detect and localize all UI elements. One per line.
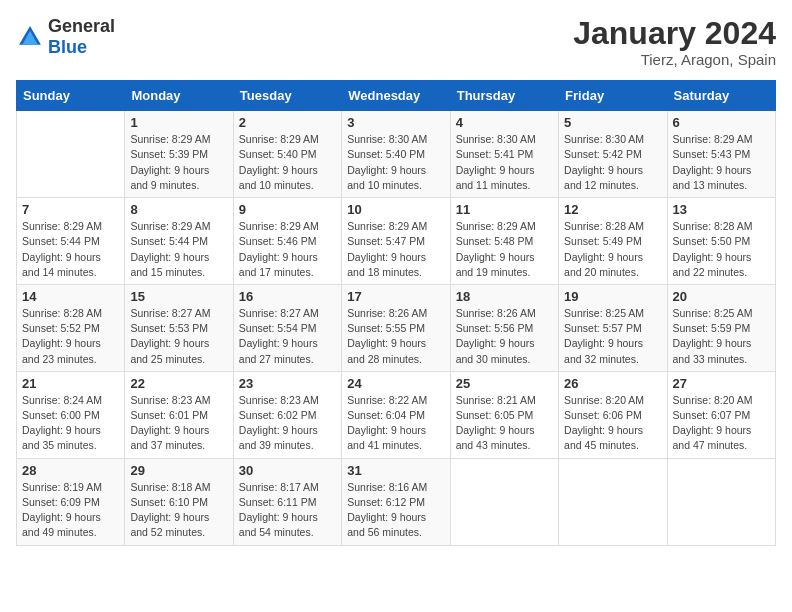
day-cell: 17Sunrise: 8:26 AMSunset: 5:55 PMDayligh…	[342, 284, 450, 371]
day-info: Sunrise: 8:30 AMSunset: 5:41 PMDaylight:…	[456, 132, 553, 193]
day-cell: 31Sunrise: 8:16 AMSunset: 6:12 PMDayligh…	[342, 458, 450, 545]
day-cell: 25Sunrise: 8:21 AMSunset: 6:05 PMDayligh…	[450, 371, 558, 458]
logo-general: General	[48, 16, 115, 36]
day-cell: 2Sunrise: 8:29 AMSunset: 5:40 PMDaylight…	[233, 111, 341, 198]
header-wednesday: Wednesday	[342, 81, 450, 111]
day-number: 8	[130, 202, 227, 217]
day-number: 2	[239, 115, 336, 130]
day-cell: 3Sunrise: 8:30 AMSunset: 5:40 PMDaylight…	[342, 111, 450, 198]
day-number: 31	[347, 463, 444, 478]
calendar-title: January 2024	[573, 16, 776, 51]
day-info: Sunrise: 8:21 AMSunset: 6:05 PMDaylight:…	[456, 393, 553, 454]
day-cell: 9Sunrise: 8:29 AMSunset: 5:46 PMDaylight…	[233, 198, 341, 285]
header-row: SundayMondayTuesdayWednesdayThursdayFrid…	[17, 81, 776, 111]
day-cell	[17, 111, 125, 198]
day-info: Sunrise: 8:23 AMSunset: 6:01 PMDaylight:…	[130, 393, 227, 454]
day-number: 21	[22, 376, 119, 391]
day-cell: 19Sunrise: 8:25 AMSunset: 5:57 PMDayligh…	[559, 284, 667, 371]
day-number: 4	[456, 115, 553, 130]
day-cell: 29Sunrise: 8:18 AMSunset: 6:10 PMDayligh…	[125, 458, 233, 545]
week-row-5: 28Sunrise: 8:19 AMSunset: 6:09 PMDayligh…	[17, 458, 776, 545]
day-number: 12	[564, 202, 661, 217]
header-tuesday: Tuesday	[233, 81, 341, 111]
day-number: 23	[239, 376, 336, 391]
day-number: 10	[347, 202, 444, 217]
week-row-2: 7Sunrise: 8:29 AMSunset: 5:44 PMDaylight…	[17, 198, 776, 285]
day-info: Sunrise: 8:25 AMSunset: 5:57 PMDaylight:…	[564, 306, 661, 367]
day-info: Sunrise: 8:18 AMSunset: 6:10 PMDaylight:…	[130, 480, 227, 541]
day-number: 5	[564, 115, 661, 130]
day-cell: 15Sunrise: 8:27 AMSunset: 5:53 PMDayligh…	[125, 284, 233, 371]
day-cell: 1Sunrise: 8:29 AMSunset: 5:39 PMDaylight…	[125, 111, 233, 198]
day-info: Sunrise: 8:22 AMSunset: 6:04 PMDaylight:…	[347, 393, 444, 454]
day-cell: 6Sunrise: 8:29 AMSunset: 5:43 PMDaylight…	[667, 111, 775, 198]
day-number: 3	[347, 115, 444, 130]
day-info: Sunrise: 8:29 AMSunset: 5:39 PMDaylight:…	[130, 132, 227, 193]
day-info: Sunrise: 8:28 AMSunset: 5:52 PMDaylight:…	[22, 306, 119, 367]
calendar-subtitle: Tierz, Aragon, Spain	[573, 51, 776, 68]
day-cell: 11Sunrise: 8:29 AMSunset: 5:48 PMDayligh…	[450, 198, 558, 285]
day-cell: 5Sunrise: 8:30 AMSunset: 5:42 PMDaylight…	[559, 111, 667, 198]
day-info: Sunrise: 8:28 AMSunset: 5:49 PMDaylight:…	[564, 219, 661, 280]
day-number: 25	[456, 376, 553, 391]
day-info: Sunrise: 8:26 AMSunset: 5:55 PMDaylight:…	[347, 306, 444, 367]
day-number: 19	[564, 289, 661, 304]
day-cell: 4Sunrise: 8:30 AMSunset: 5:41 PMDaylight…	[450, 111, 558, 198]
day-info: Sunrise: 8:25 AMSunset: 5:59 PMDaylight:…	[673, 306, 770, 367]
day-cell: 21Sunrise: 8:24 AMSunset: 6:00 PMDayligh…	[17, 371, 125, 458]
day-number: 28	[22, 463, 119, 478]
day-number: 16	[239, 289, 336, 304]
day-cell: 26Sunrise: 8:20 AMSunset: 6:06 PMDayligh…	[559, 371, 667, 458]
day-number: 17	[347, 289, 444, 304]
calendar-table: SundayMondayTuesdayWednesdayThursdayFrid…	[16, 80, 776, 545]
day-number: 20	[673, 289, 770, 304]
day-number: 26	[564, 376, 661, 391]
day-number: 29	[130, 463, 227, 478]
header-friday: Friday	[559, 81, 667, 111]
day-number: 30	[239, 463, 336, 478]
header-sunday: Sunday	[17, 81, 125, 111]
day-info: Sunrise: 8:20 AMSunset: 6:07 PMDaylight:…	[673, 393, 770, 454]
day-cell: 24Sunrise: 8:22 AMSunset: 6:04 PMDayligh…	[342, 371, 450, 458]
day-info: Sunrise: 8:29 AMSunset: 5:40 PMDaylight:…	[239, 132, 336, 193]
day-info: Sunrise: 8:29 AMSunset: 5:44 PMDaylight:…	[22, 219, 119, 280]
day-cell: 28Sunrise: 8:19 AMSunset: 6:09 PMDayligh…	[17, 458, 125, 545]
header-saturday: Saturday	[667, 81, 775, 111]
day-cell: 14Sunrise: 8:28 AMSunset: 5:52 PMDayligh…	[17, 284, 125, 371]
day-cell	[667, 458, 775, 545]
week-row-3: 14Sunrise: 8:28 AMSunset: 5:52 PMDayligh…	[17, 284, 776, 371]
day-number: 13	[673, 202, 770, 217]
day-cell: 18Sunrise: 8:26 AMSunset: 5:56 PMDayligh…	[450, 284, 558, 371]
day-number: 18	[456, 289, 553, 304]
week-row-4: 21Sunrise: 8:24 AMSunset: 6:00 PMDayligh…	[17, 371, 776, 458]
day-cell: 12Sunrise: 8:28 AMSunset: 5:49 PMDayligh…	[559, 198, 667, 285]
day-info: Sunrise: 8:28 AMSunset: 5:50 PMDaylight:…	[673, 219, 770, 280]
day-number: 11	[456, 202, 553, 217]
day-info: Sunrise: 8:27 AMSunset: 5:53 PMDaylight:…	[130, 306, 227, 367]
day-info: Sunrise: 8:29 AMSunset: 5:47 PMDaylight:…	[347, 219, 444, 280]
day-cell: 13Sunrise: 8:28 AMSunset: 5:50 PMDayligh…	[667, 198, 775, 285]
page-header: General Blue January 2024 Tierz, Aragon,…	[16, 16, 776, 68]
day-info: Sunrise: 8:16 AMSunset: 6:12 PMDaylight:…	[347, 480, 444, 541]
day-cell: 30Sunrise: 8:17 AMSunset: 6:11 PMDayligh…	[233, 458, 341, 545]
header-thursday: Thursday	[450, 81, 558, 111]
header-monday: Monday	[125, 81, 233, 111]
day-number: 14	[22, 289, 119, 304]
day-info: Sunrise: 8:19 AMSunset: 6:09 PMDaylight:…	[22, 480, 119, 541]
day-info: Sunrise: 8:24 AMSunset: 6:00 PMDaylight:…	[22, 393, 119, 454]
day-cell: 8Sunrise: 8:29 AMSunset: 5:44 PMDaylight…	[125, 198, 233, 285]
week-row-1: 1Sunrise: 8:29 AMSunset: 5:39 PMDaylight…	[17, 111, 776, 198]
day-cell: 27Sunrise: 8:20 AMSunset: 6:07 PMDayligh…	[667, 371, 775, 458]
day-info: Sunrise: 8:20 AMSunset: 6:06 PMDaylight:…	[564, 393, 661, 454]
day-cell: 7Sunrise: 8:29 AMSunset: 5:44 PMDaylight…	[17, 198, 125, 285]
day-number: 27	[673, 376, 770, 391]
day-cell: 10Sunrise: 8:29 AMSunset: 5:47 PMDayligh…	[342, 198, 450, 285]
day-number: 1	[130, 115, 227, 130]
day-cell	[450, 458, 558, 545]
day-info: Sunrise: 8:30 AMSunset: 5:40 PMDaylight:…	[347, 132, 444, 193]
day-cell	[559, 458, 667, 545]
day-info: Sunrise: 8:17 AMSunset: 6:11 PMDaylight:…	[239, 480, 336, 541]
day-cell: 20Sunrise: 8:25 AMSunset: 5:59 PMDayligh…	[667, 284, 775, 371]
day-info: Sunrise: 8:30 AMSunset: 5:42 PMDaylight:…	[564, 132, 661, 193]
day-info: Sunrise: 8:29 AMSunset: 5:44 PMDaylight:…	[130, 219, 227, 280]
